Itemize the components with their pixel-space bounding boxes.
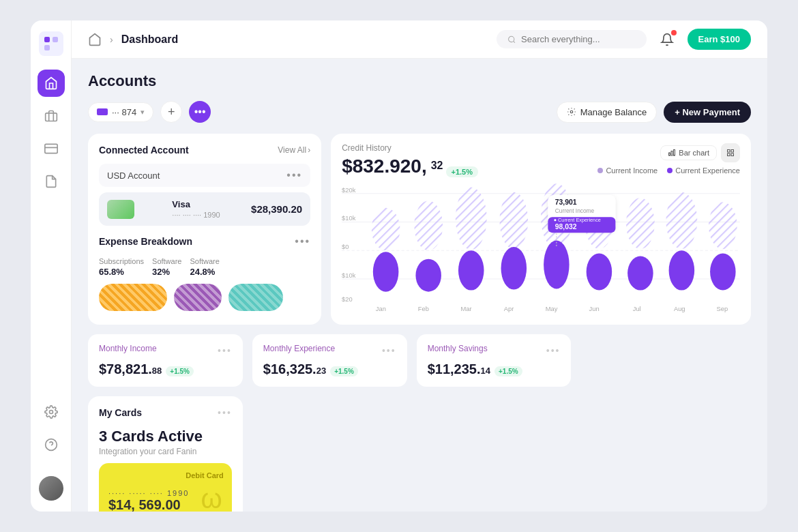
svg-text:Sep: Sep	[717, 306, 728, 312]
expense-pct-0: 65.8%	[99, 267, 144, 277]
svg-rect-13	[669, 153, 670, 156]
monthly-experience-label: Monthly Experience	[263, 344, 335, 353]
monthly-savings-menu[interactable]: •••	[546, 345, 561, 356]
connected-account-title: Connected Account	[99, 145, 189, 156]
header: › Dashboard Earn $100	[72, 20, 767, 59]
svg-text:98,032: 98,032	[555, 223, 577, 231]
svg-text:Mar: Mar	[461, 306, 472, 312]
credit-badge: +1.5%	[446, 166, 479, 177]
svg-rect-18	[728, 153, 730, 156]
account-chip[interactable]: ··· 874 ▾	[88, 102, 153, 122]
svg-point-44	[627, 256, 653, 291]
sidebar-item-file[interactable]	[38, 168, 65, 195]
monthly-experience-menu[interactable]: •••	[382, 345, 396, 356]
new-payment-button[interactable]: + New Payment	[664, 102, 751, 123]
main-content: › Dashboard Earn $100 Accounts ··· 874 ▾	[72, 20, 767, 512]
account-bar: ··· 874 ▾ + ••• Manage Balance + New Pay…	[88, 101, 751, 123]
svg-point-46	[710, 253, 736, 290]
cards-active-count: 3 Cards Active	[99, 428, 232, 445]
expense-breakdown-title: Expense Breakdown	[99, 236, 192, 247]
svg-text:Aug: Aug	[674, 306, 685, 312]
search-input[interactable]	[521, 34, 636, 44]
expense-pct-2: 24.8%	[190, 267, 219, 277]
accounts-title: Accounts	[88, 72, 751, 90]
expense-items: Subscriptions65.8% Software32% Software2…	[99, 257, 310, 277]
monthly-experience-card: Monthly Experience ••• $16,325.23 +1.5%	[252, 334, 407, 387]
chart-mode-button[interactable]	[721, 143, 740, 162]
usd-label: USD Account	[107, 171, 160, 181]
svg-point-29	[372, 208, 400, 251]
svg-rect-15	[674, 150, 675, 156]
svg-rect-17	[731, 150, 734, 153]
monthly-savings-amount: $11,235.14	[428, 361, 490, 377]
sidebar-item-help[interactable]	[38, 431, 65, 458]
svg-point-45	[669, 250, 695, 290]
bar-chart-icon	[668, 149, 676, 157]
add-account-button[interactable]: +	[160, 101, 182, 123]
my-cards-title: My Cards	[99, 407, 142, 418]
svg-point-42	[544, 241, 570, 289]
svg-rect-4	[45, 113, 57, 121]
search-bar[interactable]	[497, 30, 647, 48]
credit-history-amount: $832.920,32	[342, 156, 443, 177]
svg-point-35	[626, 198, 655, 249]
svg-rect-5	[44, 144, 57, 153]
svg-text:73,901: 73,901	[555, 198, 577, 206]
manage-balance-button[interactable]: Manage Balance	[557, 102, 657, 123]
search-icon	[507, 35, 516, 44]
notification-button[interactable]	[655, 27, 679, 52]
monthly-income-card: Monthly Income ••• $78,821.88 +1.5%	[88, 334, 243, 387]
svg-text:$10k: $10k	[342, 215, 356, 222]
sidebar-item-wallet[interactable]	[38, 102, 65, 130]
notification-dot	[671, 30, 677, 35]
manage-balance-label: Manage Balance	[580, 107, 647, 117]
more-options-button[interactable]: •••	[189, 101, 211, 123]
visa-card-image	[107, 200, 134, 219]
monthly-income-badge: +1.5%	[166, 366, 194, 376]
chevron-right-icon: ›	[308, 145, 310, 155]
expense-bar-orange	[99, 284, 167, 311]
cards-active-sub: Integration your card Fanin	[99, 447, 232, 456]
svg-rect-16	[728, 150, 730, 153]
my-cards-menu[interactable]: •••	[218, 407, 232, 418]
sidebar	[31, 20, 72, 512]
svg-point-32	[500, 192, 529, 249]
svg-point-31	[456, 187, 487, 250]
user-avatar[interactable]	[39, 476, 63, 501]
my-cards-card: My Cards ••• 3 Cards Active Integration …	[88, 396, 243, 512]
svg-text:Apr: Apr	[504, 306, 514, 312]
sidebar-item-card[interactable]	[38, 135, 65, 162]
visa-row[interactable]: Visa ···· ···· ···· 1990 $28,390.20	[99, 192, 310, 226]
bar-chart-button[interactable]: Bar chart	[660, 145, 717, 160]
account-chip-label: ··· 874	[112, 107, 136, 117]
app-logo	[39, 31, 63, 56]
card-logo-icon: ω	[201, 484, 222, 512]
usd-row: USD Account •••	[99, 164, 310, 187]
svg-point-36	[666, 192, 698, 249]
usd-menu-button[interactable]: •••	[286, 169, 302, 181]
monthly-experience-amount: $16,325.23	[263, 361, 326, 377]
connected-account-view-all[interactable]: View All ›	[278, 145, 310, 155]
svg-point-38	[373, 252, 399, 291]
svg-point-41	[501, 247, 527, 290]
svg-rect-0	[39, 31, 63, 56]
sidebar-item-home[interactable]	[38, 70, 65, 97]
svg-rect-1	[44, 37, 50, 42]
svg-point-40	[458, 250, 484, 290]
account-chip-icon	[97, 108, 108, 115]
svg-point-30	[414, 201, 443, 250]
expense-label-2: Software	[190, 257, 219, 265]
expense-bar-teal	[228, 284, 283, 311]
monthly-income-amount: $78,821.88	[99, 361, 162, 377]
home-icon	[88, 33, 102, 46]
earn-button[interactable]: Earn $100	[688, 29, 751, 50]
svg-point-39	[416, 259, 442, 292]
expense-menu-button[interactable]: •••	[295, 235, 310, 248]
monthly-experience-badge: +1.5%	[330, 366, 358, 376]
monthly-income-menu[interactable]: •••	[218, 345, 232, 356]
content-area: Accounts ··· 874 ▾ + ••• Manage Balance …	[72, 59, 767, 512]
svg-text:$0: $0	[342, 243, 349, 250]
sidebar-item-settings[interactable]	[38, 398, 65, 426]
svg-text:Jan: Jan	[376, 306, 386, 312]
credit-history-card: Credit History $832.920,32 +1.5%	[331, 134, 751, 325]
